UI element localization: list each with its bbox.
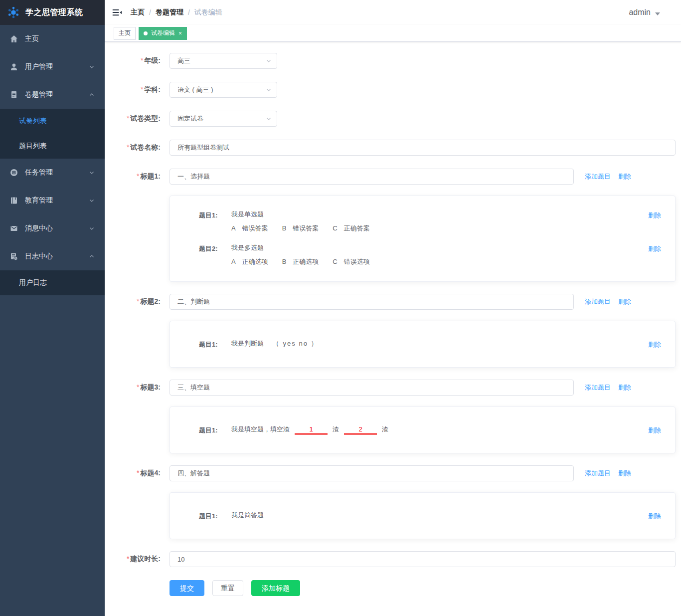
question-label: 题目1:	[199, 339, 231, 349]
subject-select[interactable]: 语文 ( 高三 )	[170, 82, 277, 98]
tab-home[interactable]: 主页	[114, 27, 136, 40]
required-mark: *	[137, 383, 139, 391]
paper-name-label: *试卷名称:	[115, 143, 161, 152]
option-tag: B	[282, 224, 287, 233]
delete-question-link[interactable]: 删除	[648, 210, 661, 220]
breadcrumb-current: 试卷编辑	[194, 8, 222, 17]
top-header: 主页 / 卷题管理 / 试卷编辑 admin	[105, 0, 681, 25]
section1-title-input[interactable]	[170, 169, 574, 185]
tabs-bar: 主页 试卷编辑 ×	[105, 25, 681, 42]
sidebar-item-logs[interactable]: 日志中心	[0, 242, 105, 270]
required-mark: *	[137, 469, 139, 477]
question-row: 题目2: 我是多选题 A正确选项 B正确选项 C错误选项 删除	[199, 243, 661, 267]
question-text: 渣	[333, 425, 339, 433]
sidebar-item-home[interactable]: 主页	[0, 25, 105, 53]
add-question-link[interactable]: 添加题目	[585, 383, 611, 392]
question-text: 渣	[382, 425, 388, 433]
section1-actions: 添加题目 删除	[585, 172, 631, 181]
reset-button[interactable]: 重置	[212, 580, 243, 596]
required-mark: *	[127, 143, 129, 151]
grade-select[interactable]: 高三	[170, 53, 277, 69]
subject-label: *学科:	[115, 85, 161, 94]
required-mark: *	[127, 555, 129, 563]
app-window: 学之思管理系统 主页 用户管理	[0, 0, 681, 616]
sidebar-item-education[interactable]: 教育管理	[0, 187, 105, 214]
breadcrumb-home[interactable]: 主页	[131, 8, 145, 17]
sidebar-item-label: 任务管理	[25, 168, 53, 177]
section2-title-input[interactable]	[170, 294, 574, 310]
sidebar-item-users[interactable]: 用户管理	[0, 53, 105, 81]
section2-label: *标题2:	[115, 297, 161, 306]
add-question-link[interactable]: 添加题目	[585, 172, 611, 181]
submit-button[interactable]: 提交	[170, 580, 204, 596]
user-icon	[10, 63, 18, 71]
section1-label: *标题1:	[115, 172, 161, 181]
main-area: 主页 / 卷题管理 / 试卷编辑 admin 主页 试卷编辑 ×	[105, 0, 681, 616]
delete-question-link[interactable]: 删除	[648, 243, 661, 253]
delete-question-link[interactable]: 删除	[648, 511, 661, 521]
paper-name-input[interactable]	[170, 140, 676, 156]
delete-question-link[interactable]: 删除	[648, 339, 661, 349]
grade-label: *年级:	[115, 56, 161, 65]
option-tag: C	[333, 224, 337, 233]
question-content: 我是填空题，填空渣1渣2渣	[231, 425, 388, 435]
subject-row: *学科: 语文 ( 高三 )	[115, 82, 681, 98]
breadcrumb-exams[interactable]: 卷题管理	[156, 8, 183, 17]
form-buttons: 提交 重置 添加标题	[170, 580, 681, 596]
education-icon	[10, 197, 18, 205]
hamburger-icon[interactable]	[112, 7, 122, 17]
close-icon[interactable]: ×	[178, 30, 182, 36]
sidebar-item-label: 主页	[25, 34, 39, 43]
chevron-up-icon	[89, 92, 95, 98]
fill-blank-2: 2	[344, 426, 377, 435]
task-icon	[10, 169, 18, 177]
section4-title-input[interactable]	[170, 465, 574, 481]
delete-question-link[interactable]: 删除	[648, 425, 661, 435]
add-question-link[interactable]: 添加题目	[585, 297, 611, 306]
option-text: 正确选项	[293, 257, 319, 267]
question-options: A正确选项 B正确选项 C错误选项	[231, 257, 370, 267]
sidebar-item-label: 教育管理	[25, 196, 53, 205]
section3-label: *标题3:	[115, 383, 161, 392]
option-text: 错误答案	[242, 224, 268, 233]
message-icon	[10, 224, 18, 232]
chevron-down-icon	[266, 58, 272, 64]
question-text: 我是多选题	[231, 243, 370, 253]
delete-section-link[interactable]: 删除	[618, 172, 631, 181]
option-tag: B	[282, 257, 287, 267]
delete-section-link[interactable]: 删除	[618, 297, 631, 306]
question-label: 题目1:	[199, 425, 231, 435]
paper-edit-form: *年级: 高三 *学科: 语文 ( 高三 ) *试卷类型: 固定试卷	[105, 42, 681, 616]
grade-row: *年级: 高三	[115, 53, 681, 69]
chevron-down-icon	[266, 116, 272, 122]
section1-card: 题目1: 我是单选题 A错误答案 B错误答案 C正确答案 删除 题目2:	[170, 196, 676, 282]
sidebar-item-paper-list[interactable]: 试卷列表	[0, 109, 105, 134]
sidebar-item-exams[interactable]: 卷题管理	[0, 81, 105, 109]
delete-section-link[interactable]: 删除	[618, 469, 631, 478]
paper-type-select[interactable]: 固定试卷	[170, 111, 277, 127]
section4-label: *标题4:	[115, 469, 161, 478]
duration-input[interactable]	[170, 551, 676, 567]
sidebar-item-user-logs[interactable]: 用户日志	[0, 270, 105, 295]
sidebar-item-label: 消息中心	[25, 224, 53, 233]
question-label: 题目1:	[199, 210, 231, 220]
sidebar-item-label: 卷题管理	[25, 90, 53, 99]
sidebar-item-label: 日志中心	[25, 252, 53, 261]
add-title-button[interactable]: 添加标题	[251, 580, 300, 596]
delete-section-link[interactable]: 删除	[618, 383, 631, 392]
add-question-link[interactable]: 添加题目	[585, 469, 611, 478]
user-dropdown[interactable]: admin	[629, 8, 660, 17]
submenu-item-label: 题目列表	[19, 142, 47, 151]
sidebar-item-messages[interactable]: 消息中心	[0, 214, 105, 242]
sidebar-item-question-list[interactable]: 题目列表	[0, 134, 105, 159]
section3-card: 题目1: 我是填空题，填空渣1渣2渣 删除	[170, 407, 676, 453]
tab-label: 试卷编辑	[151, 29, 175, 37]
logo-bar: 学之思管理系统	[0, 0, 105, 25]
chevron-up-icon	[89, 253, 95, 259]
sidebar-item-tasks[interactable]: 任务管理	[0, 159, 105, 187]
chevron-down-icon	[89, 198, 95, 204]
question-row: 题目1: 我是填空题，填空渣1渣2渣 删除	[199, 425, 661, 435]
grade-select-value: 高三	[177, 56, 190, 65]
section3-title-input[interactable]	[170, 380, 574, 396]
tab-paper-edit[interactable]: 试卷编辑 ×	[139, 27, 187, 40]
